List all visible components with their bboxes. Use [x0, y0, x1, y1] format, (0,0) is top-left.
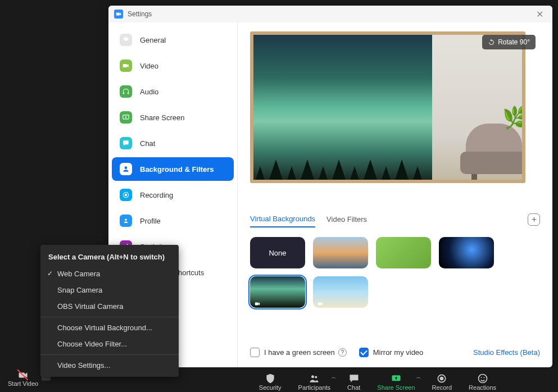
reactions-icon: [477, 373, 488, 384]
green-screen-checkbox[interactable]: [250, 348, 260, 357]
camera-option-obs[interactable]: OBS Virtual Camera: [40, 298, 179, 314]
tab-virtual-backgrounds[interactable]: Virtual Backgrounds: [250, 211, 315, 227]
sidebar-item-label: Share Screen: [140, 113, 185, 122]
help-icon[interactable]: ?: [338, 348, 347, 357]
background-thumb-bridge[interactable]: [313, 237, 368, 268]
menu-separator: [40, 317, 179, 317]
video-preview: 🌿: [250, 31, 525, 183]
sidebar-item-general[interactable]: General: [112, 28, 234, 52]
profile-icon: [120, 215, 132, 227]
svg-point-6: [125, 166, 128, 169]
svg-rect-0: [116, 13, 120, 16]
svg-point-9: [125, 219, 127, 221]
sidebar-item-label: Profile: [140, 217, 161, 225]
camera-option-web[interactable]: Web Camera: [40, 266, 179, 282]
sidebar-item-share-screen[interactable]: Share Screen: [112, 106, 234, 129]
main-panel: Rotate 90° 🌿 Virtual Backgrounds: [238, 22, 552, 367]
record-button[interactable]: Record: [432, 373, 452, 391]
sidebar-item-label: Chat: [140, 139, 155, 148]
background-thumb-earth[interactable]: [439, 237, 494, 268]
record-icon: [436, 373, 447, 384]
sidebar-item-label: Recording: [140, 191, 173, 199]
start-video-button[interactable]: Start Video: [8, 370, 38, 387]
reactions-label: Reactions: [469, 384, 496, 391]
rotate-label: Rotate 90°: [498, 38, 530, 46]
sidebar-item-background-filters[interactable]: Background & Filters: [112, 157, 234, 181]
chat-bubble-icon: [348, 373, 360, 384]
menu-separator: [40, 354, 179, 355]
mirror-video-checkbox[interactable]: [359, 348, 369, 357]
video-badge-icon: [253, 299, 261, 304]
video-badge-icon: [316, 299, 324, 304]
choose-virtual-background-item[interactable]: Choose Virtual Background...: [40, 320, 179, 336]
sidebar-item-recording[interactable]: Recording: [112, 183, 234, 207]
sidebar-item-video[interactable]: Video: [112, 54, 234, 78]
options-row: I have a green screen ? Mirror my video …: [250, 348, 540, 357]
shield-icon: [265, 373, 276, 384]
svg-rect-4: [128, 92, 129, 94]
svg-rect-3: [123, 92, 124, 94]
participants-button[interactable]: Participants ︿: [298, 373, 330, 391]
start-video-label: Start Video: [8, 380, 38, 387]
security-label: Security: [259, 384, 282, 391]
participants-icon: [309, 373, 320, 384]
green-screen-label: I have a green screen: [264, 348, 335, 357]
sidebar-item-label: General: [140, 36, 166, 44]
svg-point-20: [311, 375, 314, 378]
svg-point-24: [440, 377, 444, 381]
background-thumb-grass[interactable]: [376, 237, 431, 268]
chat-button[interactable]: Chat: [347, 373, 360, 391]
add-background-button[interactable]: ＋: [528, 213, 540, 226]
background-thumb-aurora[interactable]: [250, 276, 305, 308]
background-thumb-beach[interactable]: [313, 276, 368, 308]
mirror-video-label: Mirror my video: [373, 348, 424, 357]
svg-point-25: [478, 375, 487, 383]
green-screen-option[interactable]: I have a green screen ?: [250, 348, 347, 357]
share-screen-icon: [391, 373, 402, 384]
sidebar-item-label: Video: [140, 62, 158, 70]
svg-rect-18: [318, 303, 321, 306]
participants-label: Participants: [298, 384, 330, 391]
choose-video-filter-item[interactable]: Choose Video Filter...: [40, 336, 179, 352]
window-title: Settings: [128, 10, 152, 18]
sidebar-item-chat[interactable]: Chat: [112, 131, 234, 155]
background-thumb-none[interactable]: None: [250, 237, 305, 268]
svg-point-26: [480, 377, 482, 378]
sidebar-item-label: Audio: [140, 88, 158, 96]
svg-rect-2: [123, 64, 127, 67]
record-icon: [120, 189, 132, 201]
camera-menu-heading: Select a Camera (Alt+N to switch): [40, 248, 179, 266]
zoom-app-icon: [114, 10, 123, 19]
headphones-icon: [120, 85, 132, 98]
camera-option-snap[interactable]: Snap Camera: [40, 282, 179, 298]
rotate-90-button[interactable]: Rotate 90°: [482, 35, 536, 49]
mirror-video-option[interactable]: Mirror my video: [359, 348, 424, 357]
background-grid: None: [250, 237, 540, 308]
gear-icon: [120, 34, 132, 46]
tab-video-filters[interactable]: Video Filters: [326, 212, 367, 227]
chevron-up-icon: ︿: [416, 374, 421, 380]
security-button[interactable]: Security: [259, 373, 282, 391]
preview-plant: 🌿: [502, 108, 525, 126]
svg-point-27: [483, 377, 484, 378]
share-screen-icon: [120, 111, 132, 124]
bg-none-label: None: [269, 249, 286, 257]
video-settings-item[interactable]: Video Settings...: [40, 357, 179, 373]
bg-filters-tabs: Virtual Backgrounds Video Filters ＋: [250, 211, 540, 228]
svg-rect-17: [255, 303, 258, 306]
svg-point-21: [315, 376, 317, 378]
video-icon: [120, 60, 132, 72]
close-icon[interactable]: ✕: [533, 8, 547, 21]
studio-effects-link[interactable]: Studio Effects (Beta): [473, 348, 540, 357]
sidebar-item-profile[interactable]: Profile: [112, 209, 234, 233]
record-label: Record: [432, 384, 452, 391]
person-icon: [120, 163, 132, 175]
camera-select-menu: Select a Camera (Alt+N to switch) Web Ca…: [40, 245, 179, 377]
share-screen-button[interactable]: Share Screen ︿: [377, 373, 415, 391]
reactions-button[interactable]: Reactions: [469, 373, 496, 391]
chat-icon: [120, 137, 132, 149]
chat-label: Chat: [347, 384, 360, 391]
titlebar: Settings ✕: [108, 6, 552, 22]
sidebar-item-audio[interactable]: Audio: [112, 80, 234, 103]
svg-point-8: [125, 194, 128, 197]
